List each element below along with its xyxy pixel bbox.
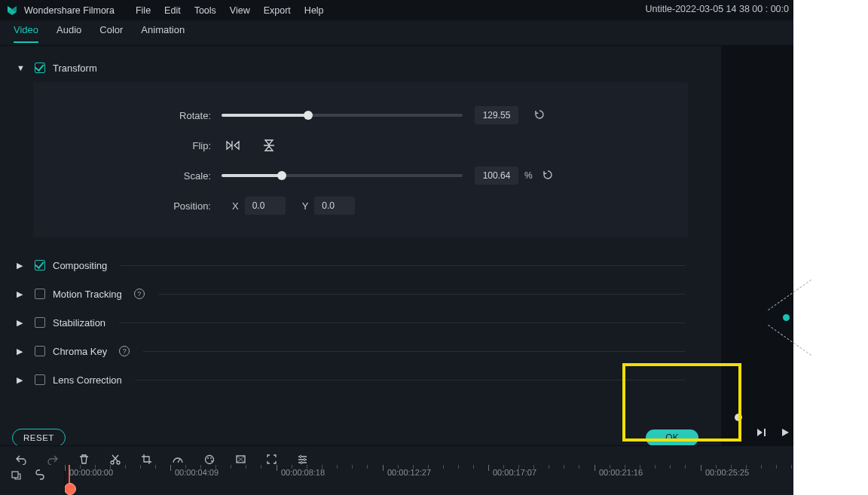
titlebar: Wondershare Filmora File Edit Tools View… xyxy=(0,0,793,20)
chevron-right-icon[interactable]: ▶ xyxy=(17,261,27,270)
tab-video[interactable]: Video xyxy=(14,24,38,43)
compositing-checkbox[interactable] xyxy=(35,260,45,270)
lens-correction-checkbox[interactable] xyxy=(35,374,45,385)
divider xyxy=(158,294,685,295)
ruler-tick-label: 00:00:00:00 xyxy=(69,468,113,477)
settings-icon[interactable] xyxy=(297,454,308,465)
svg-point-3 xyxy=(207,457,209,459)
divider xyxy=(119,322,685,323)
rotate-reset-icon[interactable] xyxy=(533,108,546,123)
position-row: Position: X 0.0 Y 0.0 xyxy=(54,191,667,221)
ok-button[interactable]: OK xyxy=(646,429,698,446)
tab-color[interactable]: Color xyxy=(99,24,123,41)
preview-panel xyxy=(721,46,793,495)
color-icon[interactable] xyxy=(203,454,215,466)
add-track-icon[interactable] xyxy=(11,469,22,481)
link-icon[interactable] xyxy=(34,469,46,480)
position-x-input[interactable]: 0.0 xyxy=(245,197,286,215)
flip-vertical-icon[interactable] xyxy=(258,137,280,154)
section-transform-header[interactable]: ▼ Transform xyxy=(0,53,721,82)
section-chroma-key-header[interactable]: ▶ Chroma Key ? xyxy=(0,337,721,365)
svg-rect-10 xyxy=(12,472,18,478)
motion-tracking-label: Motion Tracking xyxy=(53,289,122,300)
chevron-down-icon[interactable]: ▼ xyxy=(17,63,27,72)
chevron-right-icon[interactable]: ▶ xyxy=(17,318,27,328)
seek-thumb[interactable] xyxy=(735,414,742,421)
rotate-row: Rotate: 129.55 xyxy=(54,100,667,130)
chroma-key-label: Chroma Key xyxy=(53,346,107,357)
stabilization-label: Stabilization xyxy=(53,317,105,328)
position-y-label: Y xyxy=(302,200,309,212)
section-stabilization-header[interactable]: ▶ Stabilization xyxy=(0,308,721,337)
speed-icon[interactable] xyxy=(172,454,184,466)
reset-button[interactable]: RESET xyxy=(12,429,66,447)
chroma-key-checkbox[interactable] xyxy=(35,346,45,356)
step-forward-icon[interactable] xyxy=(756,427,766,440)
delete-icon[interactable] xyxy=(78,454,90,465)
menu-file[interactable]: File xyxy=(136,5,151,16)
svg-point-7 xyxy=(300,456,302,458)
properties-panel: ▼ Transform Rotate: 129.55 Flip: xyxy=(0,46,721,495)
play-icon[interactable] xyxy=(780,427,790,440)
ruler-tick-label: 00:00:04:09 xyxy=(175,468,219,477)
timeline-ruler[interactable]: 00:00:00:0000:00:04:0900:00:08:1800:00:1… xyxy=(65,465,793,495)
menu-edit[interactable]: Edit xyxy=(164,5,181,16)
fullscreen-icon[interactable] xyxy=(266,454,277,465)
flip-horizontal-icon[interactable] xyxy=(222,137,244,154)
scale-reset-icon[interactable] xyxy=(542,169,554,183)
rotate-label: Rotate: xyxy=(54,110,222,121)
redo-icon[interactable] xyxy=(47,454,59,466)
motion-tracking-checkbox[interactable] xyxy=(35,289,45,299)
svg-point-0 xyxy=(111,461,114,464)
svg-point-9 xyxy=(301,462,303,464)
position-x-label: X xyxy=(232,200,239,212)
playback-controls xyxy=(756,427,790,440)
menu-view[interactable]: View xyxy=(230,5,250,16)
flip-row: Flip: xyxy=(54,130,667,160)
document-title: Untitle-2022-03-05 14 38 00 : 00:0 xyxy=(646,4,789,14)
timeline: 00:00:00:0000:00:04:0900:00:08:1800:00:1… xyxy=(0,465,793,495)
rotate-value[interactable]: 129.55 xyxy=(475,106,518,124)
app-logo-icon xyxy=(6,5,18,17)
main-menu: File Edit Tools View Export Help xyxy=(136,5,324,16)
ruler-tick-label: 00:00:21:16 xyxy=(599,468,643,477)
tab-audio[interactable]: Audio xyxy=(57,24,81,41)
menu-export[interactable]: Export xyxy=(264,5,291,16)
scale-label: Scale: xyxy=(54,170,222,182)
chevron-right-icon[interactable]: ▶ xyxy=(17,289,27,299)
position-y-input[interactable]: 0.0 xyxy=(314,197,355,215)
section-compositing-header[interactable]: ▶ Compositing xyxy=(0,251,721,280)
preview-clip-edge xyxy=(748,287,839,377)
svg-point-4 xyxy=(210,457,212,459)
property-tabs: Video Audio Color Animation xyxy=(0,20,793,46)
divider xyxy=(136,380,685,380)
green-screen-icon[interactable] xyxy=(235,454,246,465)
menu-help[interactable]: Help xyxy=(304,5,324,16)
help-icon[interactable]: ? xyxy=(134,289,145,299)
scale-unit: % xyxy=(524,170,533,181)
rotate-slider[interactable] xyxy=(222,114,463,117)
scale-slider[interactable] xyxy=(222,174,463,177)
transform-label: Transform xyxy=(53,63,97,74)
help-icon[interactable]: ? xyxy=(119,346,130,356)
lens-correction-label: Lens Correction xyxy=(53,374,122,386)
timeline-track-controls xyxy=(0,465,65,495)
section-lens-correction-header[interactable]: ▶ Lens Correction xyxy=(0,365,721,394)
split-icon[interactable] xyxy=(109,454,121,466)
menu-tools[interactable]: Tools xyxy=(194,5,216,16)
section-motion-tracking-header[interactable]: ▶ Motion Tracking ? xyxy=(0,280,721,308)
chevron-right-icon[interactable]: ▶ xyxy=(17,375,27,385)
chevron-right-icon[interactable]: ▶ xyxy=(17,347,27,356)
svg-point-8 xyxy=(304,459,306,461)
scale-value[interactable]: 100.64 xyxy=(475,167,518,185)
divider xyxy=(121,265,685,266)
transform-checkbox[interactable] xyxy=(35,63,45,73)
ruler-tick-label: 00:00:12:27 xyxy=(387,468,431,477)
position-label: Position: xyxy=(54,200,222,212)
stabilization-checkbox[interactable] xyxy=(35,317,45,328)
tab-animation[interactable]: Animation xyxy=(141,24,185,41)
flip-label: Flip: xyxy=(54,140,222,151)
keyframe-handle[interactable] xyxy=(783,314,790,321)
undo-icon[interactable] xyxy=(15,454,27,466)
crop-icon[interactable] xyxy=(141,454,152,465)
